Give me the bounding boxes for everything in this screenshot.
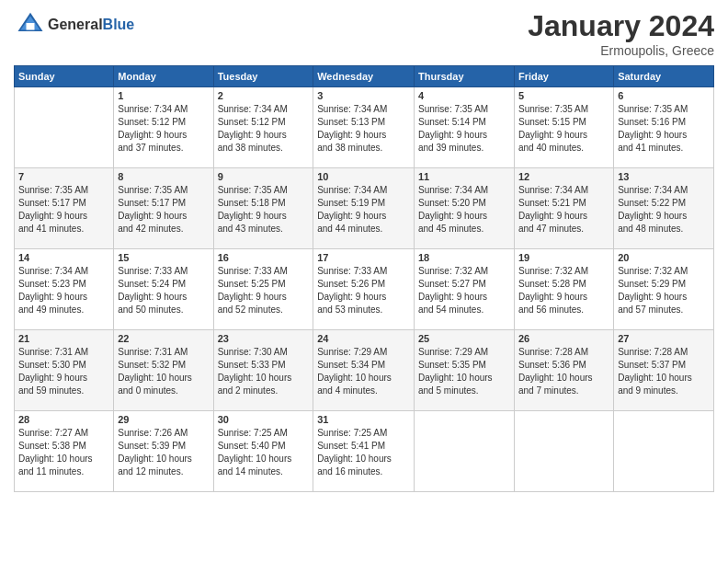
day-number: 2: [218, 90, 310, 101]
col-monday: Monday: [114, 66, 213, 87]
day-info: Sunrise: 7:25 AM Sunset: 5:40 PM Dayligh…: [218, 427, 310, 478]
day-number: 22: [118, 333, 209, 344]
day-number: 13: [618, 171, 710, 182]
calendar-cell: 23Sunrise: 7:30 AM Sunset: 5:33 PM Dayli…: [213, 330, 313, 411]
day-number: 30: [218, 414, 310, 425]
day-number: 10: [317, 171, 410, 182]
day-info: Sunrise: 7:34 AM Sunset: 5:21 PM Dayligh…: [518, 184, 609, 236]
col-thursday: Thursday: [415, 66, 515, 87]
day-number: 6: [618, 90, 710, 101]
calendar-cell: 14Sunrise: 7:34 AM Sunset: 5:23 PM Dayli…: [15, 249, 114, 330]
calendar-cell: 22Sunrise: 7:31 AM Sunset: 5:32 PM Dayli…: [114, 330, 213, 411]
calendar-cell: 20Sunrise: 7:32 AM Sunset: 5:29 PM Dayli…: [614, 249, 714, 330]
day-number: 25: [418, 333, 510, 344]
calendar-cell: 13Sunrise: 7:34 AM Sunset: 5:22 PM Dayli…: [614, 168, 714, 249]
calendar-cell: 21Sunrise: 7:31 AM Sunset: 5:30 PM Dayli…: [15, 330, 114, 411]
col-wednesday: Wednesday: [313, 66, 415, 87]
day-number: 8: [118, 171, 209, 182]
logo-icon: [17, 9, 44, 37]
svg-rect-2: [27, 23, 35, 30]
calendar-cell: 5Sunrise: 7:35 AM Sunset: 5:15 PM Daylig…: [514, 87, 613, 168]
day-info: Sunrise: 7:30 AM Sunset: 5:33 PM Dayligh…: [218, 346, 310, 397]
day-info: Sunrise: 7:32 AM Sunset: 5:28 PM Dayligh…: [518, 265, 609, 316]
day-info: Sunrise: 7:31 AM Sunset: 5:32 PM Dayligh…: [118, 346, 209, 397]
day-number: 18: [418, 252, 510, 263]
calendar-week-3: 14Sunrise: 7:34 AM Sunset: 5:23 PM Dayli…: [15, 249, 714, 330]
calendar-week-5: 28Sunrise: 7:27 AM Sunset: 5:38 PM Dayli…: [15, 411, 714, 492]
day-info: Sunrise: 7:35 AM Sunset: 5:16 PM Dayligh…: [618, 103, 710, 155]
calendar-cell: 19Sunrise: 7:32 AM Sunset: 5:28 PM Dayli…: [514, 249, 613, 330]
day-number: 7: [18, 171, 109, 182]
day-info: Sunrise: 7:27 AM Sunset: 5:38 PM Dayligh…: [18, 427, 109, 478]
day-info: Sunrise: 7:28 AM Sunset: 5:37 PM Dayligh…: [618, 346, 710, 397]
calendar-cell: [614, 411, 714, 492]
calendar-cell: 18Sunrise: 7:32 AM Sunset: 5:27 PM Dayli…: [415, 249, 515, 330]
day-number: 16: [218, 252, 310, 263]
day-info: Sunrise: 7:29 AM Sunset: 5:35 PM Dayligh…: [418, 346, 510, 397]
calendar-cell: 12Sunrise: 7:34 AM Sunset: 5:21 PM Dayli…: [514, 168, 613, 249]
calendar-cell: [15, 87, 114, 168]
calendar-cell: 16Sunrise: 7:33 AM Sunset: 5:25 PM Dayli…: [213, 249, 313, 330]
day-info: Sunrise: 7:35 AM Sunset: 5:15 PM Dayligh…: [518, 103, 609, 155]
col-friday: Friday: [514, 66, 613, 87]
calendar-cell: 25Sunrise: 7:29 AM Sunset: 5:35 PM Dayli…: [415, 330, 515, 411]
day-info: Sunrise: 7:35 AM Sunset: 5:18 PM Dayligh…: [218, 184, 310, 236]
calendar-cell: 3Sunrise: 7:34 AM Sunset: 5:13 PM Daylig…: [313, 87, 415, 168]
col-tuesday: Tuesday: [213, 66, 313, 87]
calendar-cell: 28Sunrise: 7:27 AM Sunset: 5:38 PM Dayli…: [15, 411, 114, 492]
day-number: 29: [118, 414, 209, 425]
day-info: Sunrise: 7:32 AM Sunset: 5:29 PM Dayligh…: [618, 265, 710, 316]
day-number: 23: [218, 333, 310, 344]
title-area: January 2024 Ermoupolis, Greece: [528, 9, 714, 58]
col-sunday: Sunday: [15, 66, 114, 87]
calendar-cell: 7Sunrise: 7:35 AM Sunset: 5:17 PM Daylig…: [15, 168, 114, 249]
day-info: Sunrise: 7:33 AM Sunset: 5:24 PM Dayligh…: [118, 265, 209, 316]
day-number: 19: [518, 252, 609, 263]
day-number: 31: [317, 414, 410, 425]
day-info: Sunrise: 7:35 AM Sunset: 5:17 PM Dayligh…: [118, 184, 209, 236]
calendar-cell: 27Sunrise: 7:28 AM Sunset: 5:37 PM Dayli…: [614, 330, 714, 411]
calendar-cell: 10Sunrise: 7:34 AM Sunset: 5:19 PM Dayli…: [313, 168, 415, 249]
calendar-cell: [514, 411, 613, 492]
day-info: Sunrise: 7:25 AM Sunset: 5:41 PM Dayligh…: [317, 427, 410, 478]
calendar-cell: 30Sunrise: 7:25 AM Sunset: 5:40 PM Dayli…: [213, 411, 313, 492]
calendar-cell: 6Sunrise: 7:35 AM Sunset: 5:16 PM Daylig…: [614, 87, 714, 168]
day-number: 17: [317, 252, 410, 263]
calendar-week-4: 21Sunrise: 7:31 AM Sunset: 5:30 PM Dayli…: [15, 330, 714, 411]
day-number: 11: [418, 171, 510, 182]
day-info: Sunrise: 7:34 AM Sunset: 5:23 PM Dayligh…: [18, 265, 109, 316]
calendar-cell: 26Sunrise: 7:28 AM Sunset: 5:36 PM Dayli…: [514, 330, 613, 411]
day-info: Sunrise: 7:34 AM Sunset: 5:20 PM Dayligh…: [418, 184, 510, 236]
day-number: 21: [18, 333, 109, 344]
calendar-week-1: 1Sunrise: 7:34 AM Sunset: 5:12 PM Daylig…: [15, 87, 714, 168]
calendar-cell: 9Sunrise: 7:35 AM Sunset: 5:18 PM Daylig…: [213, 168, 313, 249]
day-info: Sunrise: 7:35 AM Sunset: 5:17 PM Dayligh…: [18, 184, 109, 236]
calendar-cell: 11Sunrise: 7:34 AM Sunset: 5:20 PM Dayli…: [415, 168, 515, 249]
calendar-table: Sunday Monday Tuesday Wednesday Thursday…: [14, 65, 714, 492]
day-info: Sunrise: 7:28 AM Sunset: 5:36 PM Dayligh…: [518, 346, 609, 397]
calendar-cell: 2Sunrise: 7:34 AM Sunset: 5:12 PM Daylig…: [213, 87, 313, 168]
day-info: Sunrise: 7:29 AM Sunset: 5:34 PM Dayligh…: [317, 346, 410, 397]
day-number: 28: [18, 414, 109, 425]
day-info: Sunrise: 7:34 AM Sunset: 5:22 PM Dayligh…: [618, 184, 710, 236]
day-number: 24: [317, 333, 410, 344]
day-info: Sunrise: 7:32 AM Sunset: 5:27 PM Dayligh…: [418, 265, 510, 316]
logo: GeneralBlue: [14, 9, 134, 40]
day-number: 14: [18, 252, 109, 263]
day-number: 27: [618, 333, 710, 344]
day-number: 26: [518, 333, 609, 344]
calendar-cell: [415, 411, 515, 492]
header: GeneralBlue January 2024 Ermoupolis, Gre…: [14, 9, 714, 58]
calendar-cell: 8Sunrise: 7:35 AM Sunset: 5:17 PM Daylig…: [114, 168, 213, 249]
day-info: Sunrise: 7:34 AM Sunset: 5:12 PM Dayligh…: [218, 103, 310, 155]
calendar-cell: 24Sunrise: 7:29 AM Sunset: 5:34 PM Dayli…: [313, 330, 415, 411]
day-info: Sunrise: 7:33 AM Sunset: 5:26 PM Dayligh…: [317, 265, 410, 316]
calendar-cell: 29Sunrise: 7:26 AM Sunset: 5:39 PM Dayli…: [114, 411, 213, 492]
calendar-cell: 1Sunrise: 7:34 AM Sunset: 5:12 PM Daylig…: [114, 87, 213, 168]
day-info: Sunrise: 7:34 AM Sunset: 5:19 PM Dayligh…: [317, 184, 410, 236]
calendar-cell: 31Sunrise: 7:25 AM Sunset: 5:41 PM Dayli…: [313, 411, 415, 492]
location: Ermoupolis, Greece: [528, 43, 714, 58]
logo-blue: Blue: [103, 17, 135, 32]
day-number: 1: [118, 90, 209, 101]
day-number: 9: [218, 171, 310, 182]
